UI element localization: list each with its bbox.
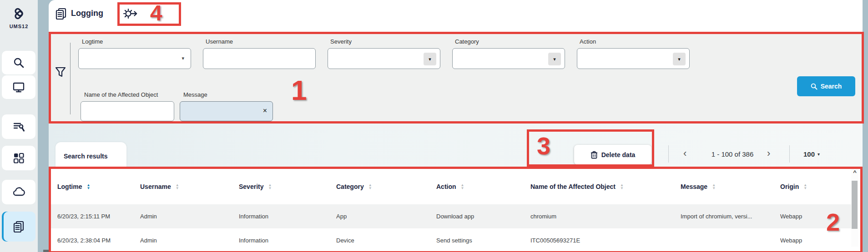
affected-object-label: Name of the Affected Object [84,91,158,98]
sort-icon[interactable]: ▲▼ [803,183,807,190]
filter-funnel-icon [55,66,66,78]
cell-origin: Webapp [780,237,842,244]
sidebar-item-search[interactable] [2,51,35,74]
search-icon [811,83,818,90]
cell-affected-object: chromium [530,213,681,220]
filter-divider [70,43,71,114]
column-header-severity[interactable]: Severity ▲▼ [239,183,336,190]
annotation-number-1: 1 [291,76,307,104]
chevron-down-icon: ▾ [182,55,184,61]
affected-object-input[interactable] [81,101,174,121]
cell-category: Device [336,237,436,244]
sidebar-item-cloud[interactable] [2,180,35,204]
cell-severity: Information [239,213,336,220]
annotation-number-3: 3 [537,133,550,158]
monitor-icon [13,81,25,93]
annotation-box-4 [117,2,181,26]
annotation-number-2: 2 [826,210,840,234]
sort-icon[interactable]: ▲▼ [620,183,624,190]
results-toolbar-band [49,124,863,167]
page-size-value: 100 [803,150,815,158]
search-button[interactable]: Search [797,76,855,96]
cell-category: App [336,213,436,220]
sort-icon[interactable]: ▲▼ [368,183,372,190]
username-input[interactable] [203,48,316,69]
app-logo: UMS12 [0,5,38,29]
sidebar: UMS12 [0,0,38,252]
toolbar-divider [789,145,790,163]
list-wrench-icon [13,121,25,133]
column-header-username[interactable]: Username ▲▼ [140,183,239,190]
page-doc-icon [55,7,67,21]
severity-dropdown[interactable]: ▾ [328,48,440,69]
pagination-range: 1 - 100 of 386 [700,150,765,158]
sort-icon[interactable]: ▲▼ [268,183,272,190]
table-scrollbar[interactable]: ^ [851,169,858,247]
category-label: Category [455,38,479,45]
sidebar-item-configuration[interactable] [2,114,35,139]
cell-action: Download app [436,213,530,220]
action-label: Action [580,38,596,45]
severity-label: Severity [330,38,352,45]
results-table: Logtime ▲▼ Username ▲▼ Severity ▲▼ Categ… [49,167,863,252]
toolbar-divider [668,145,669,163]
category-dropdown[interactable]: ▾ [452,48,565,69]
message-input[interactable]: × [180,101,273,121]
cell-username: Admin [140,237,239,244]
search-icon [13,57,25,69]
logo-text: UMS12 [0,24,38,29]
chevron-down-icon: ▾ [673,53,686,65]
chevron-down-icon: ▾ [818,152,820,157]
chevron-down-icon: ▾ [424,53,436,65]
sort-icon[interactable]: ▲▼ [712,183,716,190]
cell-logtime: 6/20/23, 2:15:11 PM [57,213,140,220]
logtime-label: Logtime [82,38,103,45]
search-button-label: Search [821,83,842,90]
cell-affected-object: ITC00505693271E [530,237,681,244]
tab-search-results[interactable]: Search results [56,142,126,168]
annotation-number-4: 4 [150,2,162,24]
table-row[interactable]: 6/20/23, 2:38:04 PM Admin Information De… [51,228,856,252]
clear-icon[interactable]: × [263,107,267,115]
column-header-category[interactable]: Category ▲▼ [336,183,436,190]
sort-icon[interactable]: ▲▼ [86,183,90,190]
igel-logo-icon [0,5,38,23]
table-header-row: Logtime ▲▼ Username ▲▼ Severity ▲▼ Categ… [51,169,856,204]
message-label: Message [183,91,207,98]
scroll-up-icon[interactable]: ^ [851,169,858,176]
page-next-button[interactable]: › [767,147,770,160]
cell-message: Import of chromium, versi... [681,213,780,220]
column-header-logtime[interactable]: Logtime ▲▼ [57,183,140,190]
apps-grid-icon [13,152,25,164]
column-header-affected-object[interactable]: Name of the Affected Object ▲▼ [530,183,681,190]
chevron-down-icon: ▾ [548,53,561,65]
page-title: Logging [71,9,103,18]
action-dropdown[interactable]: ▾ [577,48,690,69]
scrollbar-thumb[interactable] [852,181,858,229]
cell-logtime: 6/20/23, 2:38:04 PM [57,237,140,244]
cell-username: Admin [140,213,239,220]
sort-icon[interactable]: ▲▼ [461,183,464,190]
sidebar-item-devices[interactable] [2,75,35,99]
ums-logging-screen: UMS12 [0,0,868,252]
cloud-icon [12,187,25,198]
logging-doc-icon [12,220,25,233]
logtime-dropdown[interactable]: ▾ [78,48,191,69]
cell-action: Send settings [436,237,530,244]
column-header-origin[interactable]: Origin ▲▼ [780,183,842,190]
column-header-action[interactable]: Action ▲▼ [436,183,530,190]
tab-label: Search results [64,153,108,160]
page-size-dropdown[interactable]: 100 ▾ [803,150,820,158]
username-label: Username [206,38,233,45]
sidebar-item-logging[interactable] [2,212,35,242]
sort-icon[interactable]: ▲▼ [176,183,179,190]
cell-severity: Information [239,237,336,244]
sidebar-item-apps[interactable] [2,146,35,170]
page-prev-button[interactable]: ‹ [683,147,686,160]
column-header-message[interactable]: Message ▲▼ [681,183,780,190]
table-row[interactable]: 6/20/23, 2:15:11 PM Admin Information Ap… [51,204,856,228]
